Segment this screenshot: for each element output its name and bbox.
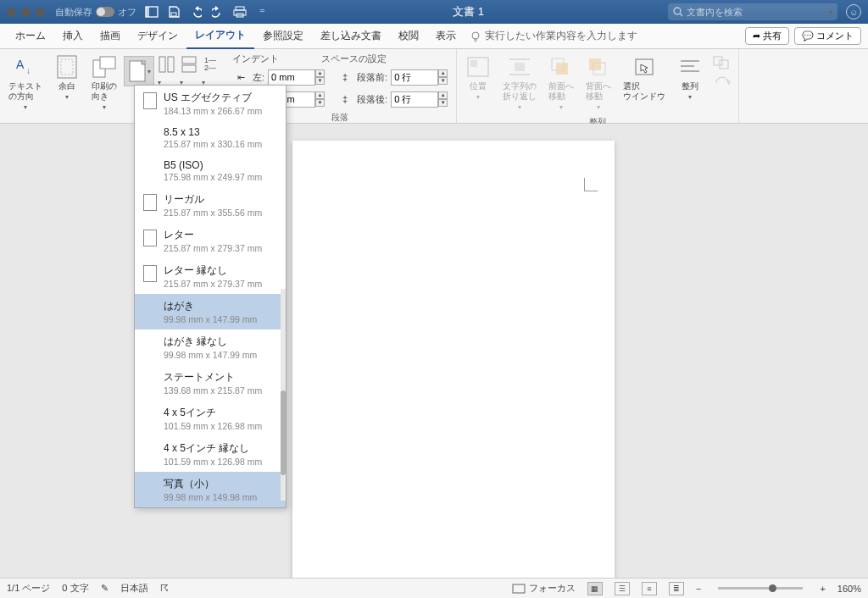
search-input[interactable] [687,7,826,17]
qat-more-icon[interactable]: ⁼ [255,5,269,19]
send-backward-icon [586,54,611,80]
undo-icon[interactable] [189,5,203,19]
tell-me[interactable]: 実行したい作業内容を入力します [470,29,637,43]
zoom-dot[interactable] [36,8,45,17]
outline-view-button[interactable]: ≣ [669,582,684,595]
feedback-icon[interactable]: ☺ [846,4,861,19]
zoom-level[interactable]: 160% [837,584,861,594]
size-option[interactable]: リーガル215.87 mm x 355.56 mm [135,187,286,223]
svg-rect-23 [470,60,477,67]
space-after-input[interactable]: ▲▼ [391,91,448,108]
zoom-in-button[interactable]: + [820,584,825,594]
window-controls [7,8,45,17]
document-canvas[interactable] [0,124,868,578]
zoom-out-button[interactable]: − [696,584,701,594]
tab-挿入[interactable]: 挿入 [54,24,92,49]
spellcheck-icon[interactable]: ✎ [101,583,108,594]
accessibility-icon[interactable]: ☈ [160,583,169,594]
word-count[interactable]: 0 文字 [62,582,88,595]
tab-校閲[interactable]: 校閲 [390,24,427,49]
tab-描画[interactable]: 描画 [92,24,129,49]
orientation-button[interactable]: 印刷の 向き ▾ [86,51,122,115]
svg-rect-16 [100,57,115,69]
share-button[interactable]: ➦共有 [745,27,789,45]
text-direction-icon: A↓ [13,54,38,80]
svg-rect-20 [182,57,196,64]
save-icon[interactable] [167,5,181,19]
print-icon[interactable] [233,5,247,19]
svg-rect-1 [146,7,149,17]
zoom-slider[interactable] [718,587,803,590]
space-after-icon: ‡ [337,91,353,108]
autosave-toggle[interactable]: 自動保存 オフ [55,6,136,19]
quick-access-toolbar: ⁼ [145,5,269,19]
read-view-button[interactable]: ☰ [615,582,630,595]
home-icon[interactable] [145,5,159,19]
breaks-icon [180,56,197,73]
tab-レイアウト[interactable]: レイアウト [186,24,254,49]
svg-rect-13 [58,56,76,78]
size-option[interactable]: レター 縁なし215.87 mm x 279.37 mm [135,258,286,294]
tab-デザイン[interactable]: デザイン [129,24,186,49]
svg-point-8 [472,32,479,39]
svg-text:↓: ↓ [26,66,31,75]
svg-rect-4 [234,10,246,15]
minimize-dot[interactable] [21,8,31,17]
chevron-down-icon[interactable]: ▾ [829,8,832,16]
breaks-button[interactable]: ▾ [180,56,197,88]
menu-scrollbar[interactable] [281,289,286,501]
tab-表示[interactable]: 表示 [427,24,465,49]
tab-参照設定[interactable]: 参照設定 [254,24,312,49]
size-option[interactable]: 8.5 x 13215.87 mm x 330.16 mm [135,121,286,154]
svg-rect-36 [720,60,728,69]
svg-rect-21 [182,65,196,72]
status-bar: 1/1 ページ 0 文字 ✎ 日本語 ☈ フォーカス ▦ ☰ ≡ ≣ − + 1… [0,578,868,598]
page-count[interactable]: 1/1 ページ [7,582,50,595]
rotate-button[interactable] [713,75,732,88]
columns-button[interactable]: ▾ [158,56,175,88]
svg-point-6 [674,8,681,14]
size-option[interactable]: レター215.87 mm x 279.37 mm [135,223,286,258]
tab-ホーム[interactable]: ホーム [7,24,54,49]
position-button[interactable]: 位置▾ [460,51,496,105]
size-option[interactable]: US エグゼクティブ184.13 mm x 266.67 mm [135,86,286,121]
comments-button[interactable]: 💬コメント [794,27,861,45]
indent-left-input[interactable]: ▲▼ [268,69,325,86]
space-before-input[interactable]: ▲▼ [391,69,448,86]
size-option[interactable]: 写真（小）99.98 mm x 149.98 mm [135,472,286,507]
wrap-text-button[interactable]: 文字列の 折り返し▾ [498,51,542,115]
ribbon: A↓ テキスト の方向 ▾ 余白 ▾ 印刷の 向き ▾ ▾ ▾ [0,49,868,124]
align-icon [677,54,703,80]
ribbon-tabs: ホーム挿入描画デザインレイアウト参照設定差し込み文書校閲表示 実行したい作業内容… [0,24,868,49]
send-backward-button[interactable]: 背面へ 移動▾ [581,51,616,115]
align-button[interactable]: 整列▾ [672,51,708,105]
focus-mode-button[interactable]: フォーカス [512,582,576,595]
search-icon [673,7,683,17]
size-option[interactable]: 4 x 5インチ 縁なし101.59 mm x 126.98 mm [135,436,286,472]
group-objects-button[interactable] [713,56,732,69]
search-box[interactable]: ▾ [668,3,837,20]
line-numbers-button[interactable]: 1—2—▾ [202,56,219,88]
close-dot[interactable] [7,8,16,17]
size-option[interactable]: B5 (ISO)175.98 mm x 249.97 mm [135,154,286,187]
tab-差し込み文書[interactable]: 差し込み文書 [312,24,390,49]
svg-text:A: A [16,58,25,71]
page[interactable] [292,141,615,578]
selection-pane-button[interactable]: 選択 ウインドウ [618,51,670,105]
svg-rect-18 [159,57,165,72]
language-status[interactable]: 日本語 [120,582,148,595]
bring-forward-button[interactable]: 前面へ 移動▾ [543,51,579,115]
redo-icon[interactable] [211,5,225,19]
size-option[interactable]: はがき99.98 mm x 147.99 mm [135,294,286,329]
svg-rect-27 [556,63,568,75]
size-option[interactable]: はがき 縁なし99.98 mm x 147.99 mm [135,329,286,365]
size-option[interactable]: 4 x 5インチ101.59 mm x 126.98 mm [135,401,286,436]
web-view-button[interactable]: ≡ [642,582,657,595]
margins-button[interactable]: 余白 ▾ [49,51,85,105]
size-option[interactable]: ステートメント139.68 mm x 215.87 mm [135,365,286,401]
print-layout-view-button[interactable]: ▦ [587,582,603,595]
page-size-button[interactable]: ▾ [124,56,154,86]
svg-rect-29 [589,58,601,70]
position-icon [465,54,491,80]
text-direction-button[interactable]: A↓ テキスト の方向 ▾ [3,51,47,115]
